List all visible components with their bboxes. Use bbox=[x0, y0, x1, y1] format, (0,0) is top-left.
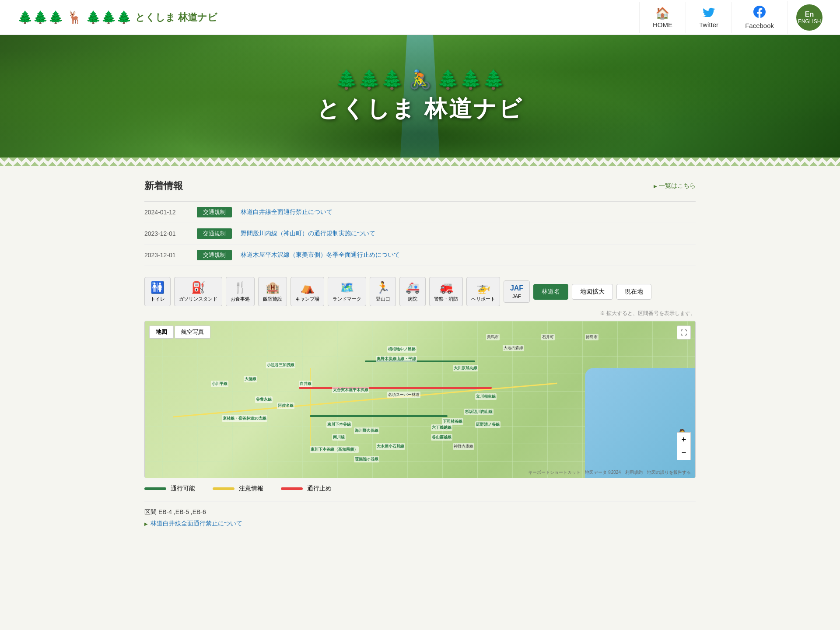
map-label-4: 小祖谷三加茂線 bbox=[266, 362, 295, 368]
nav-home[interactable]: 🏠 HOME bbox=[639, 2, 686, 33]
map-route-red bbox=[299, 387, 491, 389]
ctrl-jaf[interactable]: JAF JAF bbox=[504, 280, 530, 303]
news-link-3[interactable]: 林道木屋平木沢線（東美市側）冬季全面通行止めについて bbox=[241, 251, 400, 259]
news-item-1: 2024-01-12 交通規制 林道白井線全面通行禁止について bbox=[144, 202, 696, 223]
news-item-3: 2023-12-01 交通規制 林道木屋平木沢線（東美市側）冬季全面通行止めにつ… bbox=[144, 245, 696, 266]
ctrl-landmark[interactable]: 🗺️ ランドマーク bbox=[328, 277, 366, 306]
area-info: 区間 EB-4 ,EB-5 ,EB-6 林道白井線全面通行禁止について bbox=[144, 501, 696, 528]
map-zoom-in[interactable]: + bbox=[677, 432, 691, 446]
map-label-9: 阿佐名線 bbox=[277, 402, 294, 409]
news-date-3: 2023-12-01 bbox=[144, 252, 188, 259]
nav-home-label: HOME bbox=[653, 21, 672, 28]
ctrl-trailhead-label: 登山口 bbox=[376, 296, 390, 302]
btn-map-expand[interactable]: 地図拡大 bbox=[572, 284, 613, 300]
legend-line-red bbox=[281, 487, 303, 490]
news-link-2[interactable]: 野間殷川内線（神山町）の通行規制実施について bbox=[241, 230, 375, 238]
area-news-link[interactable]: 林道白井線全面通行禁止について bbox=[144, 520, 696, 528]
landmark-icon: 🗺️ bbox=[340, 281, 354, 294]
map-label-8: 谷豊永線 bbox=[255, 396, 273, 403]
news-more-link[interactable]: 一覧はこちら bbox=[654, 182, 696, 190]
news-header: 新着情報 一覧はこちら bbox=[144, 179, 696, 192]
map-tabs: 地図 航空写真 bbox=[149, 326, 210, 339]
map-zoom-out[interactable]: − bbox=[677, 446, 691, 460]
btn-rindou-name[interactable]: 林道名 bbox=[533, 284, 568, 300]
legend-green: 通行可能 bbox=[144, 485, 195, 493]
facebook-icon bbox=[753, 6, 766, 21]
news-item-2: 2023-12-01 交通規制 野間殷川内線（神山町）の通行規制実施について bbox=[144, 223, 696, 245]
ctrl-lodging[interactable]: 🏨 飯宿施設 bbox=[258, 277, 287, 306]
map-label-12: 海川野久保線 bbox=[354, 427, 379, 434]
news-link-1[interactable]: 林道白井線全面通行禁止について bbox=[241, 208, 332, 216]
area-label: 区間 EB-4 ,EB-5 ,EB-6 bbox=[144, 508, 696, 516]
map-label-19: 立川相生線 bbox=[475, 393, 497, 400]
hero-logo-title: とくしま 林道ナビ bbox=[317, 94, 523, 124]
ctrl-lodging-label: 飯宿施設 bbox=[263, 296, 282, 302]
legend-red: 通行止め bbox=[281, 485, 332, 493]
gas-icon: ⛽ bbox=[191, 281, 205, 294]
map-label-18: 谷山霧越線 bbox=[431, 434, 452, 441]
map-label-6: 白井線 bbox=[299, 381, 312, 387]
ctrl-restaurant[interactable]: 🍴 お食事処 bbox=[226, 277, 255, 306]
fire-icon: 🚒 bbox=[439, 281, 453, 294]
legend-yellow-label: 注意情報 bbox=[239, 485, 263, 493]
legend-yellow: 注意情報 bbox=[213, 485, 263, 493]
nav-facebook[interactable]: Facebook bbox=[732, 1, 788, 34]
ctrl-hospital[interactable]: 🚑 病院 bbox=[399, 277, 426, 306]
ctrl-gasstand-label: ガソリンスタンド bbox=[179, 296, 217, 302]
map-label-20: 杉坂辺川内山線 bbox=[464, 409, 494, 415]
map-label-2: 奥野木炭線山線・平線 bbox=[376, 356, 417, 362]
map-container[interactable]: 桶根地中ノ邑路 奥野木炭線山線・平線 大川原旭丸線 小祖谷三加茂線 大徳線 白井… bbox=[144, 321, 696, 478]
map-sea bbox=[585, 368, 695, 478]
logo[interactable]: 🌲🌲🌲 🦌 🌲🌲🌲 とくしま 林道ナビ bbox=[18, 11, 217, 24]
map-label-5: 大徳線 bbox=[244, 376, 257, 382]
map-label-3: 大川原旭丸線 bbox=[453, 365, 478, 371]
news-badge-2: 交通規制 bbox=[197, 228, 232, 239]
ctrl-trailhead[interactable]: 🏃 登山口 bbox=[370, 277, 396, 306]
ctrl-landmark-label: ランドマーク bbox=[332, 296, 361, 302]
ctrl-toilet-label: トイレ bbox=[150, 296, 165, 302]
toilet-icon: 🚻 bbox=[150, 281, 164, 294]
map-label-1: 桶根地中ノ邑路 bbox=[387, 346, 416, 353]
map-tab-aerial[interactable]: 航空写真 bbox=[175, 326, 210, 339]
legend-red-label: 通行止め bbox=[307, 485, 332, 493]
map-expand-btn[interactable] bbox=[677, 326, 691, 340]
ctrl-gasstand[interactable]: ⛽ ガソリンスタンド bbox=[174, 277, 222, 306]
legend-line-yellow bbox=[213, 487, 234, 490]
map-tab-map[interactable]: 地図 bbox=[149, 326, 174, 339]
news-badge-3: 交通規制 bbox=[197, 250, 232, 260]
map-place-4: 大地の森線 bbox=[503, 345, 524, 351]
site-header: 🌲🌲🌲 🦌 🌲🌲🌲 とくしま 林道ナビ 🏠 HOME Twitter Faceb… bbox=[0, 0, 840, 35]
ctrl-heliport[interactable]: 🚁 ヘリポート bbox=[466, 277, 500, 306]
home-icon: 🏠 bbox=[655, 7, 669, 20]
camp-icon: ⛺ bbox=[301, 281, 315, 294]
news-date-1: 2024-01-12 bbox=[144, 209, 188, 216]
map-attribution: キーボードショートカット 地図データ ©2024 利用規約 地図の誤りを報告する bbox=[528, 469, 691, 476]
zigzag-divider bbox=[0, 158, 840, 166]
map-place-3: 徳島市 bbox=[585, 334, 598, 340]
ctrl-camp-label: キャンプ場 bbox=[295, 296, 319, 302]
map-label-21: 下司林谷線 bbox=[442, 418, 463, 425]
logo-trees-icon: 🌲🌲🌲 🦌 🌲🌲🌲 bbox=[18, 11, 132, 24]
map-place-2: 石井町 bbox=[541, 334, 555, 340]
ctrl-hospital-label: 病院 bbox=[408, 296, 417, 302]
ctrl-jaf-label: JAF bbox=[512, 294, 521, 299]
map-route-green-2 bbox=[310, 415, 448, 417]
ctrl-toilet[interactable]: 🚻 トイレ bbox=[144, 277, 171, 306]
map-background: 桶根地中ノ邑路 奥野木炭線山線・平線 大川原旭丸線 小祖谷三加茂線 大徳線 白井… bbox=[145, 321, 695, 478]
main-content: 新着情報 一覧はこちら 2024-01-12 交通規制 林道白井線全面通行禁止に… bbox=[136, 166, 704, 541]
nav-english[interactable]: En ENGLISH bbox=[796, 4, 822, 31]
news-section: 新着情報 一覧はこちら 2024-01-12 交通規制 林道白井線全面通行禁止に… bbox=[144, 179, 696, 266]
map-label-22: 延野清ノ谷線 bbox=[475, 421, 500, 428]
ctrl-fire[interactable]: 🚒 警察・消防 bbox=[429, 277, 463, 306]
legend-green-label: 通行可能 bbox=[171, 485, 195, 493]
btn-current-loc[interactable]: 現在地 bbox=[616, 284, 651, 300]
nav-twitter[interactable]: Twitter bbox=[686, 2, 732, 33]
ctrl-camp[interactable]: ⛺ キャンプ場 bbox=[290, 277, 324, 306]
map-label-7: 太合実木屋平木沢線 bbox=[332, 387, 369, 393]
twitter-icon bbox=[703, 7, 715, 20]
main-nav: 🏠 HOME Twitter Facebook En ENGLISH bbox=[639, 1, 822, 34]
map-label-11: 東川下本谷線 bbox=[326, 421, 352, 428]
lodging-icon: 🏨 bbox=[266, 281, 280, 294]
map-place-5: 名頃スーパー林道 bbox=[387, 392, 420, 398]
hero-logo: 🌲🌲🌲 🚴 🌲🌲🌲 とくしま 林道ナビ bbox=[317, 69, 523, 124]
